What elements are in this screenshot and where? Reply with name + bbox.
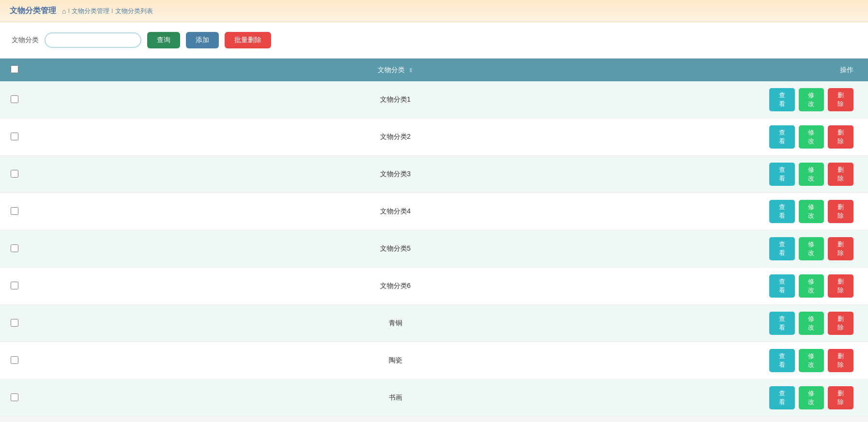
header-bar: 文物分类管理 ⌂ I 文物分类管理 I 文物分类列表 bbox=[0, 0, 868, 22]
delete-button[interactable]: 删除 bbox=[828, 163, 853, 186]
header-category-label: 文物分类 bbox=[378, 66, 405, 74]
delete-button[interactable]: 删除 bbox=[828, 349, 853, 372]
action-buttons: 查看修改删除 bbox=[769, 274, 853, 298]
view-button[interactable]: 查看 bbox=[769, 88, 795, 111]
row-category-cell: 青铜 bbox=[29, 305, 761, 342]
breadcrumb-sep-2: I bbox=[111, 7, 113, 15]
action-buttons: 查看修改删除 bbox=[769, 312, 853, 335]
row-checkbox[interactable] bbox=[11, 319, 18, 327]
row-actions-cell: 查看修改删除 bbox=[761, 342, 868, 379]
breadcrumb-sep-1: I bbox=[68, 7, 70, 15]
row-checkbox[interactable] bbox=[11, 282, 18, 289]
delete-button[interactable]: 删除 bbox=[828, 274, 853, 298]
delete-button[interactable]: 删除 bbox=[828, 125, 853, 149]
search-input[interactable] bbox=[45, 32, 141, 48]
row-checkbox[interactable] bbox=[11, 244, 18, 252]
header-actions-cell: 操作 bbox=[761, 59, 868, 81]
row-checkbox[interactable] bbox=[11, 170, 18, 178]
table-row: 文物分类5查看修改删除 bbox=[0, 230, 868, 268]
batch-delete-button[interactable]: 批量删除 bbox=[225, 32, 271, 48]
row-actions-cell: 查看修改删除 bbox=[761, 193, 868, 230]
query-button[interactable]: 查询 bbox=[147, 32, 180, 48]
edit-button[interactable]: 修改 bbox=[799, 200, 824, 223]
table-row: 文物分类4查看修改删除 bbox=[0, 193, 868, 230]
delete-button[interactable]: 删除 bbox=[828, 237, 853, 260]
view-button[interactable]: 查看 bbox=[769, 237, 795, 260]
view-button[interactable]: 查看 bbox=[769, 200, 795, 223]
action-buttons: 查看修改删除 bbox=[769, 200, 853, 223]
edit-button[interactable]: 修改 bbox=[799, 163, 824, 186]
row-actions-cell: 查看修改删除 bbox=[761, 230, 868, 268]
table-header-row: 文物分类 ⇕ 操作 bbox=[0, 59, 868, 81]
row-category-cell: 陶瓷 bbox=[29, 342, 761, 379]
home-icon: ⌂ bbox=[62, 7, 66, 15]
table-container: 文物分类 ⇕ 操作 文物分类1查看修改删除文物分类2查看修改删除文物分类3查看修… bbox=[0, 59, 868, 417]
row-category-cell: 文物分类3 bbox=[29, 156, 761, 193]
row-checkbox-cell bbox=[0, 156, 29, 193]
category-table: 文物分类 ⇕ 操作 文物分类1查看修改删除文物分类2查看修改删除文物分类3查看修… bbox=[0, 59, 868, 417]
table-row: 文物分类1查看修改删除 bbox=[0, 81, 868, 119]
row-category-cell: 文物分类4 bbox=[29, 193, 761, 230]
view-button[interactable]: 查看 bbox=[769, 386, 795, 409]
toolbar-label: 文物分类 bbox=[12, 36, 39, 45]
row-category-cell: 文物分类1 bbox=[29, 81, 761, 119]
toolbar: 文物分类 查询 添加 批量删除 bbox=[0, 22, 868, 59]
action-buttons: 查看修改删除 bbox=[769, 386, 853, 409]
row-category-cell: 文物分类6 bbox=[29, 268, 761, 305]
header-checkbox-cell bbox=[0, 59, 29, 81]
row-checkbox-cell bbox=[0, 268, 29, 305]
row-category-cell: 书画 bbox=[29, 379, 761, 417]
table-row: 文物分类2查看修改删除 bbox=[0, 119, 868, 156]
delete-button[interactable]: 删除 bbox=[828, 386, 853, 409]
select-all-checkbox[interactable] bbox=[11, 65, 18, 73]
view-button[interactable]: 查看 bbox=[769, 274, 795, 298]
row-checkbox-cell bbox=[0, 305, 29, 342]
table-row: 文物分类3查看修改删除 bbox=[0, 156, 868, 193]
edit-button[interactable]: 修改 bbox=[799, 125, 824, 149]
view-button[interactable]: 查看 bbox=[769, 163, 795, 186]
delete-button[interactable]: 删除 bbox=[828, 312, 853, 335]
edit-button[interactable]: 修改 bbox=[799, 237, 824, 260]
row-checkbox-cell bbox=[0, 119, 29, 156]
row-checkbox[interactable] bbox=[11, 356, 18, 364]
row-category-cell: 文物分类5 bbox=[29, 230, 761, 268]
edit-button[interactable]: 修改 bbox=[799, 386, 824, 409]
row-checkbox-cell bbox=[0, 81, 29, 119]
view-button[interactable]: 查看 bbox=[769, 125, 795, 149]
row-checkbox-cell bbox=[0, 230, 29, 268]
row-checkbox[interactable] bbox=[11, 207, 18, 215]
row-checkbox[interactable] bbox=[11, 95, 18, 103]
edit-button[interactable]: 修改 bbox=[799, 274, 824, 298]
delete-button[interactable]: 删除 bbox=[828, 200, 853, 223]
action-buttons: 查看修改删除 bbox=[769, 163, 853, 186]
row-actions-cell: 查看修改删除 bbox=[761, 268, 868, 305]
table-row: 陶瓷查看修改删除 bbox=[0, 342, 868, 379]
row-actions-cell: 查看修改删除 bbox=[761, 305, 868, 342]
row-actions-cell: 查看修改删除 bbox=[761, 81, 868, 119]
row-actions-cell: 查看修改删除 bbox=[761, 156, 868, 193]
edit-button[interactable]: 修改 bbox=[799, 88, 824, 111]
row-checkbox[interactable] bbox=[11, 393, 18, 401]
sort-icon: ⇕ bbox=[409, 67, 413, 73]
row-checkbox-cell bbox=[0, 193, 29, 230]
row-actions-cell: 查看修改删除 bbox=[761, 119, 868, 156]
action-buttons: 查看修改删除 bbox=[769, 88, 853, 111]
row-checkbox[interactable] bbox=[11, 133, 18, 140]
view-button[interactable]: 查看 bbox=[769, 312, 795, 335]
row-checkbox-cell bbox=[0, 342, 29, 379]
row-checkbox-cell bbox=[0, 379, 29, 417]
breadcrumb-item-2: 文物分类列表 bbox=[115, 7, 153, 15]
table-row: 青铜查看修改删除 bbox=[0, 305, 868, 342]
breadcrumb-item-1: 文物分类管理 bbox=[72, 7, 109, 15]
table-row: 书画查看修改删除 bbox=[0, 379, 868, 417]
header-category-cell[interactable]: 文物分类 ⇕ bbox=[29, 59, 761, 81]
table-body: 文物分类1查看修改删除文物分类2查看修改删除文物分类3查看修改删除文物分类4查看… bbox=[0, 81, 868, 417]
action-buttons: 查看修改删除 bbox=[769, 237, 853, 260]
add-button[interactable]: 添加 bbox=[186, 32, 219, 48]
edit-button[interactable]: 修改 bbox=[799, 312, 824, 335]
row-actions-cell: 查看修改删除 bbox=[761, 379, 868, 417]
breadcrumb: ⌂ I 文物分类管理 I 文物分类列表 bbox=[62, 7, 153, 15]
view-button[interactable]: 查看 bbox=[769, 349, 795, 372]
delete-button[interactable]: 删除 bbox=[828, 88, 853, 111]
edit-button[interactable]: 修改 bbox=[799, 349, 824, 372]
